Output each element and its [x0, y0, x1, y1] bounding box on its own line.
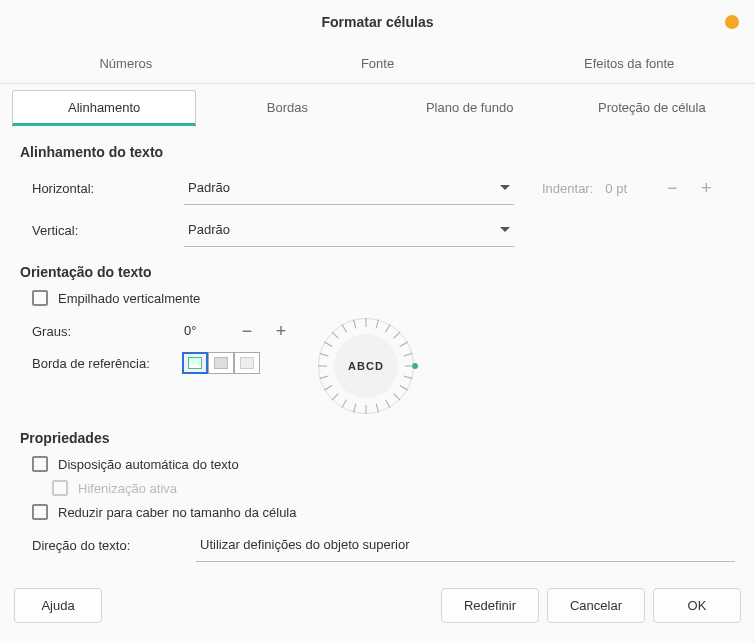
horizontal-value: Padrão	[188, 180, 494, 195]
indent-label: Indentar:	[542, 181, 593, 196]
text-direction-value: Utilizar definições do objeto superior	[200, 537, 731, 552]
indent-increase-button[interactable]: +	[695, 177, 717, 199]
hyphenation-checkbox	[52, 480, 68, 496]
tab-numbers[interactable]: Números	[0, 44, 252, 83]
stacked-checkbox[interactable]	[32, 290, 48, 306]
rotation-dial[interactable]: ABCD	[318, 318, 414, 414]
tab-background[interactable]: Plano de fundo	[379, 90, 561, 126]
horizontal-select[interactable]: Padrão	[184, 171, 514, 205]
window-title: Formatar células	[321, 14, 433, 30]
hyphenation-label: Hifenização ativa	[78, 481, 177, 496]
help-button[interactable]: Ajuda	[14, 588, 102, 623]
shrink-to-fit-checkbox[interactable]	[32, 504, 48, 520]
reference-edge-label: Borda de referência:	[32, 356, 172, 371]
indent-value: 0 pt	[605, 181, 649, 196]
ok-button[interactable]: OK	[653, 588, 741, 623]
vertical-value: Padrão	[188, 222, 494, 237]
close-icon[interactable]	[725, 15, 739, 29]
ref-glyph-icon	[240, 357, 254, 369]
tab-alignment[interactable]: Alinhamento	[12, 90, 196, 126]
dialog-footer: Ajuda Redefinir Cancelar OK	[0, 581, 755, 643]
tabs-lower: Alinhamento Bordas Plano de fundo Proteç…	[0, 84, 755, 126]
dial-text: ABCD	[334, 334, 398, 398]
reference-edge-inside-button[interactable]	[234, 352, 260, 374]
reset-button[interactable]: Redefinir	[441, 588, 539, 623]
stacked-label: Empilhado verticalmente	[58, 291, 200, 306]
chevron-down-icon	[500, 227, 510, 232]
tabs-upper: Números Fonte Efeitos da fonte	[0, 44, 755, 84]
section-text-alignment: Alinhamento do texto	[20, 144, 735, 160]
degrees-label: Graus:	[32, 324, 172, 339]
vertical-label: Vertical:	[32, 223, 172, 238]
dial-tick-icon	[405, 366, 414, 367]
wrap-text-label: Disposição automática do texto	[58, 457, 239, 472]
dial-tick-icon	[366, 318, 367, 327]
titlebar: Formatar células	[0, 0, 755, 44]
indent-decrease-button[interactable]: −	[661, 177, 683, 199]
shrink-to-fit-label: Reduzir para caber no tamanho da célula	[58, 505, 296, 520]
text-direction-label: Direção do texto:	[32, 538, 172, 553]
tab-font[interactable]: Fonte	[252, 44, 504, 83]
ref-glyph-icon	[188, 357, 202, 369]
tab-borders[interactable]: Bordas	[196, 90, 378, 126]
cancel-button[interactable]: Cancelar	[547, 588, 645, 623]
tab-cell-protection[interactable]: Proteção de célula	[561, 90, 743, 126]
dial-tick-icon	[366, 405, 367, 414]
degrees-increase-button[interactable]: +	[270, 320, 292, 342]
degrees-decrease-button[interactable]: −	[236, 320, 258, 342]
dial-tick-icon	[318, 366, 327, 367]
section-properties: Propriedades	[20, 430, 735, 446]
horizontal-label: Horizontal:	[32, 181, 172, 196]
chevron-down-icon	[500, 185, 510, 190]
reference-edge-lower-button[interactable]	[182, 352, 208, 374]
tab-font-effects[interactable]: Efeitos da fonte	[503, 44, 755, 83]
degrees-value[interactable]: 0°	[184, 323, 224, 339]
text-direction-select[interactable]: Utilizar definições do objeto superior	[196, 528, 735, 562]
section-text-orientation: Orientação do texto	[20, 264, 735, 280]
reference-edge-upper-button[interactable]	[208, 352, 234, 374]
vertical-select[interactable]: Padrão	[184, 213, 514, 247]
ref-glyph-icon	[214, 357, 228, 369]
wrap-text-checkbox[interactable]	[32, 456, 48, 472]
